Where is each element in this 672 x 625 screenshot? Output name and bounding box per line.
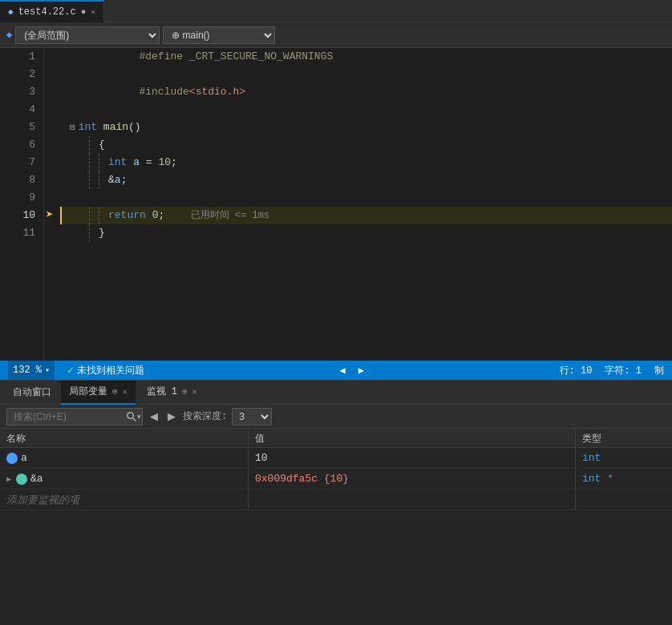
edit-indicator: 制	[654, 364, 664, 377]
watch-tab-close[interactable]: ✕	[192, 387, 197, 397]
status-nav-arrows: ◀ ▶	[157, 365, 547, 377]
line-num-1: 1	[0, 48, 43, 66]
tab-close-button[interactable]: ✕	[91, 7, 95, 17]
line-num-6: 6	[0, 136, 43, 154]
line-num-11: 11	[0, 224, 43, 242]
expand-icon[interactable]: ▶	[6, 474, 11, 484]
debug-margin: ➤	[44, 48, 60, 361]
var-name-a: a	[21, 452, 27, 464]
editor-container: 1 2 3 4 5 6 7 8 9 10 11 ➤ #define _CRT_S…	[0, 48, 672, 361]
search-dropdown-icon[interactable]: ▾	[137, 413, 141, 421]
file-scope-icon: ◆	[6, 29, 12, 41]
watch-row-addr-a-type: int *	[576, 469, 672, 489]
watch-tab-pin[interactable]: ⊕	[182, 386, 188, 397]
watch-placeholder-row[interactable]: 添加要监视的项	[0, 490, 672, 510]
var-type-a: int	[582, 452, 601, 464]
watch-table: 名称 值 类型 a 10 int ▶ &a 0x009	[0, 429, 672, 625]
line-num-5: 5	[0, 119, 43, 136]
watch-table-header: 名称 值 类型	[0, 429, 672, 448]
tab-modified: ●	[81, 7, 87, 17]
row-indicator: 行: 10	[560, 364, 593, 377]
status-check-item: ✓ 未找到相关问题	[67, 364, 144, 377]
code-line-10: return 0 ; 已用时间 <= 1ms	[60, 207, 672, 224]
watch-row-a[interactable]: a 10 int	[0, 448, 672, 469]
nav-left-icon[interactable]: ◀	[339, 365, 345, 377]
tab-filename: test4.22.c	[18, 6, 76, 18]
line-num-10: 10	[0, 207, 43, 224]
watch-tab-label: 监视 1	[147, 385, 177, 398]
bottom-panel: 自动窗口 局部变量 ⊕ ✕ 监视 1 ⊕ ✕ ▾ ◀ ▶ 搜索深度:	[0, 380, 672, 625]
local-vars-label: 局部变量	[69, 385, 107, 398]
zoom-dropdown-icon[interactable]: ▾	[45, 365, 50, 375]
line-numbers: 1 2 3 4 5 6 7 8 9 10 11	[0, 48, 44, 361]
code-line-3: #include<stdio.h>	[60, 83, 672, 101]
depth-label: 搜索深度:	[183, 409, 227, 423]
line-num-4: 4	[0, 101, 43, 119]
code-line-8: & a ;	[60, 171, 672, 189]
toolbar: ◆ (全局范围) ⊕ main()	[0, 22, 672, 48]
fold-button[interactable]: ⊟	[70, 119, 75, 136]
code-area[interactable]: #define _CRT_SECURE_NO_WARNINGS #include…	[60, 48, 672, 361]
nav-right-icon[interactable]: ▶	[358, 365, 364, 377]
placeholder-text: 添加要监视的项	[6, 493, 79, 507]
depth-select[interactable]: 3	[232, 408, 272, 425]
status-right: 行: 10 字符: 1 制	[560, 364, 664, 377]
col-name-header: 名称	[0, 429, 249, 447]
col-val-header: 值	[249, 429, 576, 447]
local-vars-tab[interactable]: 局部变量 ⊕ ✕	[61, 381, 136, 405]
zoom-value: 132 %	[13, 365, 42, 376]
line-num-3: 3	[0, 83, 43, 101]
status-bar: 132 % ▾ ✓ 未找到相关问题 ◀ ▶ 行: 10 字符: 1 制	[0, 361, 672, 380]
code-line-9	[60, 189, 672, 207]
var-type-addr-a: int *	[582, 473, 613, 485]
code-line-7: int a = 10 ;	[60, 154, 672, 171]
col-type-header: 类型	[576, 429, 672, 447]
nav-forward-button[interactable]: ▶	[165, 410, 178, 422]
code-line-1: #define _CRT_SECURE_NO_WARNINGS	[60, 48, 672, 66]
local-tab-pin[interactable]: ⊕	[112, 386, 118, 397]
var-val-addr-a: 0x009dfa5c {10}	[255, 473, 349, 485]
watch-row-addr-a-val: 0x009dfa5c {10}	[249, 469, 576, 489]
search-button[interactable]: ▾	[127, 412, 141, 421]
tab-bar: ◆ test4.22.c ● ✕	[0, 0, 672, 22]
debug-arrow: ➤	[46, 207, 54, 223]
watch-placeholder-name: 添加要监视的项	[0, 490, 249, 510]
var-icon-a	[6, 453, 18, 464]
local-tab-close[interactable]: ✕	[123, 387, 128, 397]
var-val-a: 10	[255, 452, 268, 464]
svg-point-0	[128, 412, 134, 418]
search-wrap: ▾	[6, 408, 143, 425]
line-num-8: 8	[0, 171, 43, 189]
watch-placeholder-val	[249, 490, 576, 510]
watch-placeholder-type	[576, 490, 672, 510]
watch-row-addr-a[interactable]: ▶ &a 0x009dfa5c {10} int *	[0, 469, 672, 490]
panel-tab-bar: 自动窗口 局部变量 ⊕ ✕ 监视 1 ⊕ ✕	[0, 381, 672, 405]
svg-line-1	[133, 417, 136, 421]
code-line-6: {	[60, 136, 672, 154]
watch-row-addr-a-name: ▶ &a	[0, 469, 249, 489]
check-icon: ✓	[67, 364, 74, 377]
code-line-11: }	[60, 224, 672, 242]
line-num-9: 9	[0, 189, 43, 207]
file-tab[interactable]: ◆ test4.22.c ● ✕	[0, 0, 104, 22]
col-indicator: 字符: 1	[605, 364, 642, 377]
watch-row-a-name: a	[0, 448, 249, 468]
watch-row-a-val: 10	[249, 448, 576, 468]
code-line-5: ⊟ int main ()	[60, 119, 672, 136]
line-num-7: 7	[0, 154, 43, 171]
scope-select[interactable]: (全局范围)	[15, 26, 160, 44]
zoom-indicator[interactable]: 132 % ▾	[8, 361, 55, 380]
status-message: 未找到相关问题	[77, 364, 144, 377]
search-input[interactable]	[6, 408, 143, 425]
watch-row-a-type: int	[576, 448, 672, 468]
function-select[interactable]: ⊕ main()	[163, 26, 275, 44]
file-icon: ◆	[8, 6, 14, 17]
nav-back-button[interactable]: ◀	[148, 410, 160, 422]
line-num-2: 2	[0, 66, 43, 83]
var-icon-addr-a	[16, 474, 27, 485]
watch-tab[interactable]: 监视 1 ⊕ ✕	[139, 381, 205, 405]
auto-window-label: 自动窗口	[6, 385, 58, 399]
watch-toolbar: ▾ ◀ ▶ 搜索深度: 3	[0, 405, 672, 429]
var-name-addr-a: &a	[30, 473, 43, 485]
code-line-4	[60, 101, 672, 119]
